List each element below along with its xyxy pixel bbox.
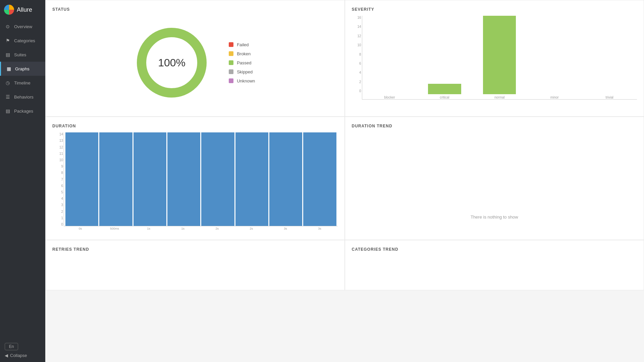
- sidebar-item-graphs[interactable]: ▦ Graphs: [0, 62, 45, 76]
- sidebar-item-label: Graphs: [15, 66, 30, 71]
- status-legend: Failed Broken Passed Skipped: [229, 42, 255, 83]
- dur-bar-5: [201, 132, 234, 226]
- dur-bar-1: [65, 132, 98, 226]
- nothing-to-show-label: There is nothing to show: [471, 215, 518, 220]
- sidebar-item-label: Categories: [14, 38, 35, 43]
- sidebar-item-label: Packages: [14, 109, 33, 114]
- dur-bar-4: [167, 132, 200, 226]
- app-logo[interactable]: Allure: [0, 0, 45, 19]
- main-content: STATUS 100% Failed Broken: [45, 0, 644, 362]
- top-row: STATUS 100% Failed Broken: [45, 0, 644, 117]
- donut-percentage: 100%: [158, 57, 185, 69]
- sidebar-item-timeline[interactable]: ◷ Timeline: [0, 76, 45, 90]
- bar-blocker: blocker: [362, 16, 417, 99]
- bar-critical: critical: [417, 16, 472, 99]
- failed-label: Failed: [237, 42, 249, 47]
- dur-bar-7: [269, 132, 302, 226]
- sidebar-item-label: Behaviors: [14, 95, 34, 100]
- status-panel: STATUS 100% Failed Broken: [45, 0, 345, 117]
- legend-failed: Failed: [229, 42, 255, 47]
- retries-trend-panel: RETRIES TREND: [45, 240, 345, 290]
- duration-y-axis: 0 1 2 3 4 5 6 7 8 9 10 11 12 13: [52, 132, 63, 226]
- legend-broken: Broken: [229, 51, 255, 56]
- categories-trend-panel: CATEGORIES TREND: [345, 240, 644, 290]
- retries-trend-title: RETRIES TREND: [52, 247, 338, 252]
- passed-dot: [229, 60, 233, 65]
- skipped-label: Skipped: [237, 69, 253, 74]
- categories-icon: ⚑: [5, 38, 11, 44]
- duration-trend-panel: DURATION TREND There is nothing to show: [345, 117, 644, 240]
- duration-trend-empty: There is nothing to show: [352, 132, 637, 233]
- broken-label: Broken: [237, 51, 251, 56]
- timeline-icon: ◷: [5, 80, 11, 86]
- legend-skipped: Skipped: [229, 69, 255, 74]
- passed-label: Passed: [237, 60, 251, 65]
- failed-dot: [229, 42, 233, 47]
- packages-icon: ▤: [5, 108, 11, 114]
- legend-passed: Passed: [229, 60, 255, 65]
- collapse-label: Collapse: [10, 353, 27, 358]
- dur-bar-2: [99, 132, 132, 226]
- legend-unknown: Unknown: [229, 78, 255, 83]
- sidebar-bottom: En ◀ Collapse: [0, 339, 45, 362]
- app-title: Allure: [17, 6, 32, 13]
- unknown-label: Unknown: [237, 78, 255, 83]
- sidebar-item-label: Timeline: [14, 80, 31, 85]
- sidebar-item-categories[interactable]: ⚑ Categories: [0, 34, 45, 48]
- suites-icon: ▤: [5, 52, 11, 58]
- duration-panel: DURATION 0 1 2 3 4 5 6 7 8 9 1: [45, 117, 345, 240]
- dur-bar-3: [133, 132, 166, 226]
- sidebar: Allure ⊙ Overview ⚑ Categories ▤ Suites …: [0, 0, 45, 362]
- duration-trend-title: DURATION TREND: [352, 124, 637, 128]
- dur-bar-6: [235, 132, 268, 226]
- sidebar-item-label: Suites: [14, 52, 26, 57]
- sidebar-item-behaviors[interactable]: ☰ Behaviors: [0, 90, 45, 104]
- unknown-dot: [229, 78, 233, 83]
- severity-chart: 0 2 4 6 8 10 12 14 16: [352, 16, 637, 110]
- donut-chart: 100%: [135, 26, 209, 100]
- duration-bars: [64, 132, 338, 226]
- skipped-dot: [229, 69, 233, 74]
- bottom-row: RETRIES TREND CATEGORIES TREND: [45, 240, 644, 290]
- logo-icon: [4, 5, 14, 15]
- bar-trivial: trivial: [582, 16, 637, 99]
- duration-x-labels: 0s 500ms 1s 1s 2s 2s 3s 3s: [64, 226, 338, 230]
- sidebar-item-label: Overview: [14, 24, 32, 29]
- middle-row: DURATION 0 1 2 3 4 5 6 7 8 9 1: [45, 117, 644, 240]
- severity-panel: SEVERITY 0 2 4 6 8 10 12 14 16: [345, 0, 644, 117]
- sidebar-item-suites[interactable]: ▤ Suites: [0, 48, 45, 62]
- status-content: 100% Failed Broken Passed: [52, 16, 338, 110]
- collapse-button[interactable]: ◀ Collapse: [5, 353, 41, 358]
- sidebar-item-packages[interactable]: ▤ Packages: [0, 104, 45, 118]
- duration-title: DURATION: [52, 124, 338, 128]
- severity-bars: blocker critical normal: [362, 16, 637, 100]
- dur-bar-8: [303, 132, 336, 226]
- bar-minor: minor: [527, 16, 582, 99]
- duration-chart: 0 1 2 3 4 5 6 7 8 9 10 11 12 13: [52, 132, 338, 233]
- graphs-icon: ▦: [6, 66, 12, 72]
- severity-y-axis: 0 2 4 6 8 10 12 14 16: [352, 16, 361, 93]
- broken-dot: [229, 51, 233, 56]
- collapse-arrow-icon: ◀: [5, 353, 8, 358]
- categories-trend-title: CATEGORIES TREND: [352, 247, 637, 252]
- overview-icon: ⊙: [5, 23, 11, 29]
- sidebar-item-overview[interactable]: ⊙ Overview: [0, 19, 45, 34]
- severity-title: SEVERITY: [352, 7, 637, 12]
- bar-normal: normal: [472, 16, 527, 99]
- behaviors-icon: ☰: [5, 94, 11, 100]
- language-button[interactable]: En: [5, 343, 18, 350]
- status-title: STATUS: [52, 7, 338, 12]
